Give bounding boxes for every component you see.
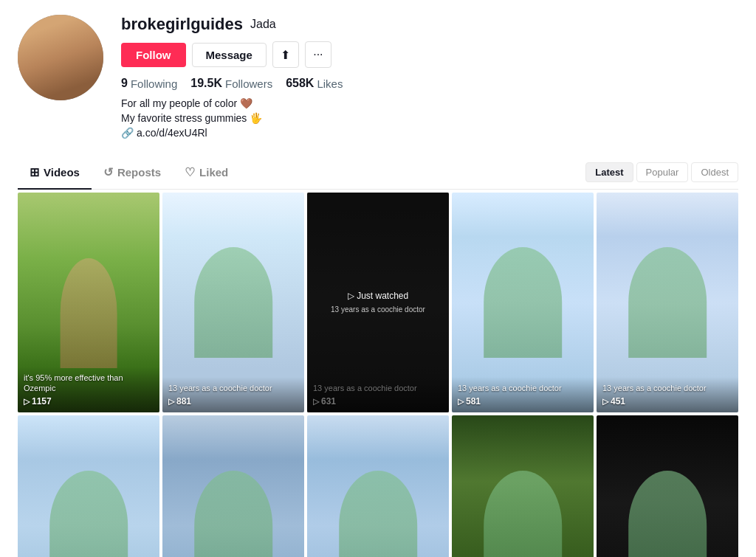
share-icon: ⬆ [281, 48, 290, 62]
liked-tab-icon: ♡ [185, 165, 195, 179]
profile-link[interactable]: 🔗 a.co/d/4exU4Rl [121, 127, 738, 139]
video-card[interactable]: 13 years as a coochie doctor▷881 [162, 193, 304, 413]
video-caption: 13 years as a coochie doctor [168, 383, 298, 393]
video-card[interactable]: 13 years as a coochie doctor▷451 [597, 193, 738, 413]
tab-reposts[interactable]: ↺ Reposts [92, 156, 173, 190]
video-caption: 13 years as a coochie doctor [602, 383, 732, 393]
video-overlay: it's 95% more effective than Ozempic▷115… [18, 367, 159, 413]
tab-videos[interactable]: ⊞ Videos [18, 156, 92, 190]
tab-liked[interactable]: ♡ Liked [173, 156, 240, 190]
likes-stat[interactable]: 658K Likes [286, 77, 343, 90]
sort-oldest-button[interactable]: Oldest [691, 162, 738, 182]
play-icon: ▷ [458, 397, 464, 406]
video-views: ▷581 [458, 396, 588, 406]
tab-reposts-label: Reposts [117, 166, 161, 179]
avatar [18, 15, 103, 100]
followers-label: Followers [225, 77, 272, 90]
stats-row: 9 Following 19.5K Followers 658K Likes [121, 77, 738, 90]
reposts-tab-icon: ↺ [103, 165, 113, 179]
play-icon: ▷ [24, 397, 30, 406]
video-overlay: 13 years as a coochie doctor▷881 [162, 377, 304, 412]
video-views: ▷881 [168, 396, 298, 406]
video-views: ▷1157 [24, 396, 154, 406]
display-name: Jada [250, 18, 276, 31]
video-card[interactable]: 13 years as a coochie doctor▷581 [452, 193, 594, 413]
video-caption: 13 years as a coochie doctor [458, 383, 588, 393]
videos-tab-icon: ⊞ [30, 165, 39, 179]
follow-button[interactable]: Follow [121, 43, 186, 67]
link-url: a.co/d/4exU4Rl [137, 127, 207, 139]
profile-info: brokegirlguides Jada Follow Message ⬆ ··… [121, 15, 738, 139]
play-icon: ▷ [602, 397, 608, 406]
message-button[interactable]: Message [192, 43, 267, 67]
followers-count: 19.5K [190, 77, 222, 90]
video-views: ▷451 [602, 396, 732, 406]
username-row: brokegirlguides Jada [121, 15, 738, 34]
followers-stat[interactable]: 19.5K Followers [190, 77, 272, 90]
sort-popular-button[interactable]: Popular [636, 162, 689, 182]
video-grid: it's 95% more effective than Ozempic▷115… [18, 193, 738, 558]
likes-count: 658K [286, 77, 314, 90]
more-button[interactable]: ··· [305, 41, 331, 68]
action-buttons: Follow Message ⬆ ··· [121, 41, 738, 68]
video-card[interactable]: My sister worked as Beyonce's stunt doub… [452, 415, 594, 557]
bio-line-1: For all my people of color 🤎 [121, 97, 738, 109]
link-icon: 🔗 [121, 127, 134, 139]
share-button[interactable]: ⬆ [272, 41, 299, 68]
following-count: 9 [121, 77, 128, 90]
following-stat[interactable]: 9 Following [121, 77, 177, 90]
tab-liked-label: Liked [199, 166, 228, 179]
avatar-container [18, 15, 103, 100]
profile-header: brokegirlguides Jada Follow Message ⬆ ··… [18, 15, 738, 151]
likes-label: Likes [317, 77, 343, 90]
tabs-container: ⊞ Videos ↺ Reposts ♡ Liked Latest Popula… [18, 156, 738, 190]
video-card[interactable]: 17 years as a butt doctor▷1030 [162, 415, 304, 557]
username: brokegirlguides [121, 15, 243, 34]
video-overlay: 13 years as a coochie doctor▷581 [452, 377, 594, 412]
tab-videos-label: Videos [44, 166, 80, 179]
video-card[interactable]: it's 95% more effective than Ozempic▷115… [18, 193, 159, 413]
video-card[interactable]: 13 years as a coochie doctor▷631▷ Just w… [307, 193, 449, 413]
sort-latest-button[interactable]: Latest [585, 162, 633, 182]
video-card[interactable]: My sister worked as Beyonce's stunt doub… [597, 415, 738, 557]
video-card[interactable]: 13 years as a coochie doctor▷1850 [307, 415, 449, 557]
video-card[interactable]: 13 years as a coochie doctor▷1252 [18, 415, 159, 557]
bio-line-2: My favorite stress gummies 🖐 [121, 112, 738, 124]
following-label: Following [131, 77, 177, 90]
play-icon: ▷ [168, 397, 174, 406]
sort-buttons: Latest Popular Oldest [585, 162, 738, 182]
page-wrapper: brokegirlguides Jada Follow Message ⬆ ··… [0, 0, 756, 557]
video-caption: it's 95% more effective than Ozempic [24, 373, 154, 394]
video-overlay: 13 years as a coochie doctor▷451 [597, 377, 738, 412]
more-icon: ··· [313, 48, 323, 61]
